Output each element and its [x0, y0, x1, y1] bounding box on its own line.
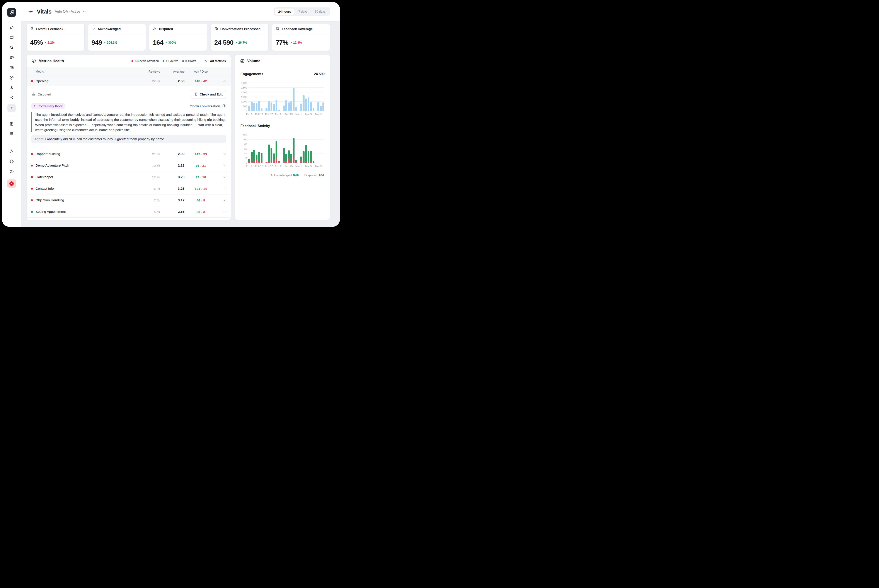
kpi-card-acknowledged[interactable]: Acknowledged949204.2% [88, 24, 146, 51]
bar[interactable] [305, 99, 307, 111]
bar[interactable] [285, 100, 287, 111]
bar[interactable] [266, 108, 267, 111]
metric-row-gatekeeper[interactable]: Gatekeeper12.9k3.2393/16 [27, 171, 231, 183]
bar[interactable] [254, 103, 255, 111]
bar[interactable] [313, 108, 314, 111]
stacked-bar[interactable] [270, 148, 272, 163]
record-stop-button[interactable] [7, 179, 16, 188]
stacked-bar[interactable] [276, 141, 277, 163]
app-logo[interactable]: S [7, 8, 16, 17]
metric-row-opening[interactable]: Opening 22.6k 2.56 148/42 [27, 76, 231, 86]
chevron-down-icon[interactable] [217, 152, 226, 156]
bar[interactable] [298, 111, 300, 111]
metric-row-contact-info[interactable]: Contact Info16.2k3.26121/14 [27, 183, 231, 195]
bar[interactable] [293, 88, 294, 111]
stacked-bar[interactable] [248, 159, 250, 163]
chevron-down-icon[interactable] [217, 198, 226, 202]
sidebar-item-queues[interactable] [8, 130, 16, 138]
stacked-bar[interactable] [251, 152, 252, 163]
bar[interactable] [278, 110, 280, 111]
sidebar-item-vitals[interactable] [8, 104, 16, 112]
stacked-bar[interactable] [261, 153, 262, 163]
metric-row-objection-handling[interactable]: Objection Handling7.5k3.1746/9 [27, 195, 231, 206]
sidebar-item-help[interactable] [8, 168, 16, 176]
bar[interactable] [268, 101, 270, 111]
kpi-card-disputed[interactable]: Disputed164300% [149, 24, 207, 51]
chevron-down-icon[interactable] [217, 187, 226, 190]
bar[interactable] [303, 95, 304, 111]
metric-row-demo-adventure-pitch[interactable]: Demo Adventure Pitch10.5k2.1876/21 [27, 160, 231, 171]
sidebar-item-settings[interactable] [8, 158, 16, 166]
stacked-bar[interactable] [283, 148, 285, 163]
chevron-down-icon[interactable] [217, 164, 226, 167]
bar[interactable] [273, 104, 274, 111]
kpi-card-conversations-processed[interactable]: Conversations Processed24 59026.7% [211, 24, 269, 51]
chevron-down-icon[interactable] [217, 175, 226, 179]
stacked-bar[interactable] [300, 156, 302, 163]
metric-row-rapport-building[interactable]: Rapport building21.0k2.90142/33 [27, 148, 231, 160]
bar[interactable] [258, 101, 260, 111]
stacked-bar[interactable] [256, 154, 258, 163]
bar[interactable] [276, 100, 277, 111]
sidebar-item-ai[interactable] [8, 94, 16, 102]
stacked-bar[interactable] [285, 154, 287, 163]
qa-profile-select-label[interactable]: Auto QA - Active [55, 10, 80, 14]
bar[interactable] [320, 106, 322, 111]
stacked-bar[interactable] [295, 160, 297, 163]
sidebar-item-reports[interactable] [8, 120, 16, 128]
bar[interactable] [248, 106, 250, 111]
stacked-bar[interactable] [254, 150, 255, 163]
bar[interactable] [251, 102, 252, 111]
stacked-bar[interactable] [268, 144, 270, 163]
bar[interactable] [315, 111, 317, 111]
stacked-bar[interactable] [308, 151, 309, 163]
bar[interactable] [308, 98, 309, 111]
chevron-down-icon[interactable] [217, 210, 226, 213]
stacked-bar[interactable] [258, 152, 260, 163]
time-range-30-days[interactable]: 30 days [311, 8, 329, 15]
stacked-bar[interactable] [310, 151, 312, 163]
sidebar-item-conversations[interactable] [8, 34, 16, 42]
kpi-card-overall-feedback[interactable]: Overall Feedback45%2.2% [26, 24, 85, 51]
stacked-bar[interactable] [273, 153, 274, 163]
bar[interactable] [288, 102, 290, 111]
bar[interactable] [263, 111, 265, 111]
chevron-up-icon[interactable] [217, 80, 226, 83]
time-range-7-days[interactable]: 7 days [295, 8, 311, 15]
bar[interactable] [300, 104, 302, 111]
sidebar-item-people[interactable] [8, 84, 16, 92]
sidebar-item-home[interactable] [8, 24, 16, 32]
stacked-bar[interactable] [303, 151, 304, 163]
check-and-edit-button[interactable]: Check and Edit [191, 90, 226, 99]
bar[interactable] [317, 102, 319, 111]
bar[interactable] [256, 104, 258, 111]
stacked-bar[interactable] [266, 162, 267, 163]
stacked-bar[interactable] [288, 150, 290, 163]
stacked-bar[interactable] [278, 160, 280, 163]
stacked-bar[interactable] [293, 138, 294, 163]
bar[interactable] [310, 102, 312, 111]
time-range-24-hours[interactable]: 24 hours [274, 8, 294, 15]
x-axis-label: Mar 5 [305, 113, 312, 116]
sidebar-item-search[interactable] [8, 44, 16, 52]
sidebar-item-explore[interactable] [8, 74, 16, 82]
sidebar-item-analytics[interactable] [8, 64, 16, 72]
bar[interactable] [261, 108, 262, 111]
bar[interactable] [295, 107, 297, 111]
bar[interactable] [280, 111, 282, 111]
kpi-card-feedback-coverage[interactable]: Feedback Coverage77%12.3% [272, 24, 330, 51]
stacked-bar[interactable] [305, 145, 307, 163]
bar[interactable] [270, 102, 272, 111]
bar[interactable] [290, 101, 292, 111]
sidebar-item-experiments[interactable] [8, 148, 16, 156]
stacked-bar[interactable] [290, 154, 292, 163]
chevron-down-icon[interactable] [82, 9, 87, 14]
sidebar-item-dashboard[interactable] [8, 54, 16, 62]
metric-row-setting-appointment[interactable]: Setting Appointment5.6k2.5530/3 [27, 206, 231, 218]
metric-row-expressing-empathy[interactable]: Expressing Empathy4.1k2.6141/4 [27, 218, 231, 220]
show-conversation-link[interactable]: Show conversation [190, 104, 226, 108]
stacked-bar[interactable] [313, 161, 314, 163]
all-metrics-filter[interactable]: All Metrics [204, 59, 226, 63]
bar[interactable] [322, 102, 324, 111]
bar[interactable] [283, 105, 285, 111]
